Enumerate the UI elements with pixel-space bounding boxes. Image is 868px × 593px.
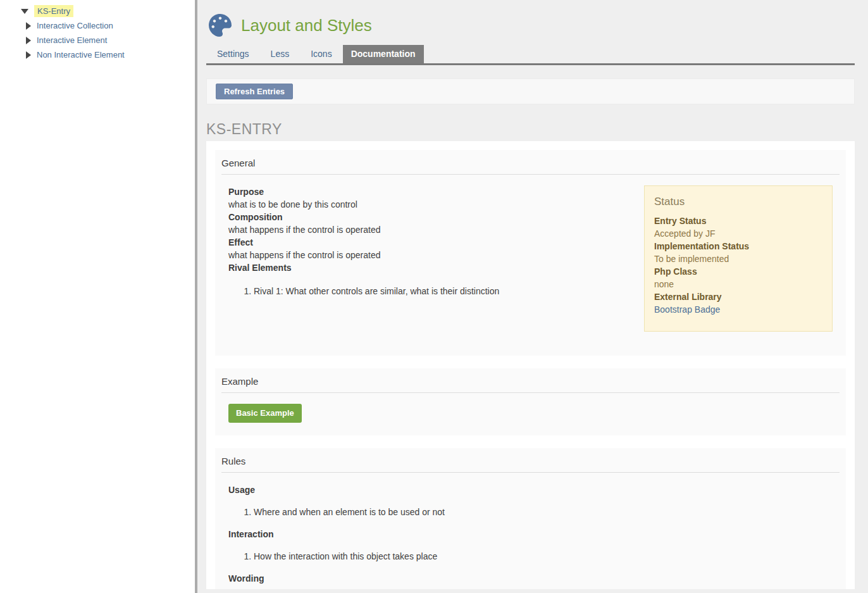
tab-bar: Settings Less Icons Documentation xyxy=(206,47,855,65)
tab-settings[interactable]: Settings xyxy=(206,45,260,63)
page-title: Layout and Styles xyxy=(241,16,372,35)
general-fields: Purpose what is to be done by this contr… xyxy=(228,185,499,297)
status-label-external-library: External Library xyxy=(654,290,822,303)
tree-item-interactive-element[interactable]: Interactive Element xyxy=(0,33,195,47)
tab-less[interactable]: Less xyxy=(260,45,301,63)
rule-list-usage: Where and when an element is to be used … xyxy=(228,506,833,518)
general-panel: General Purpose what is to be done by th… xyxy=(215,150,846,356)
example-panel: Example Basic Example xyxy=(215,368,846,435)
general-panel-body: Purpose what is to be done by this contr… xyxy=(221,175,840,343)
status-heading: Status xyxy=(654,196,822,208)
field-label-composition: Composition xyxy=(228,211,499,223)
tree-item-interactive-collection[interactable]: Interactive Collection xyxy=(0,18,195,33)
status-label-implementation-status: Implementation Status xyxy=(654,240,822,253)
tab-icons[interactable]: Icons xyxy=(300,45,342,63)
status-value-php-class: none xyxy=(654,278,822,290)
rule-label-interaction: Interaction xyxy=(228,528,833,540)
tree-item-label[interactable]: KS-Entry xyxy=(34,5,73,17)
field-label-rival-elements: Rival Elements xyxy=(228,261,499,274)
tree-item-label[interactable]: Non Interactive Element xyxy=(37,50,125,59)
tree-item-non-interactive-element[interactable]: Non Interactive Element xyxy=(0,47,195,62)
list-item: Where and when an element is to be used … xyxy=(254,506,833,518)
rival-elements-list: Rival 1: What other controls are similar… xyxy=(228,285,499,297)
example-panel-body: Basic Example xyxy=(221,393,840,423)
tree-item-label[interactable]: Interactive Collection xyxy=(37,21,113,30)
rule-label-usage: Usage xyxy=(228,484,833,496)
rules-panel-heading: Rules xyxy=(221,456,840,473)
status-label-php-class: Php Class xyxy=(654,265,822,278)
palette-icon xyxy=(209,14,232,37)
main-area: Layout and Styles Settings Less Icons Do… xyxy=(197,0,868,593)
field-value-effect: what happens if the control is operated xyxy=(228,249,499,261)
field-label-effect: Effect xyxy=(228,236,499,249)
rule-list-interaction: How the interaction with this object tak… xyxy=(228,550,833,563)
field-value-composition: what happens if the control is operated xyxy=(228,223,499,236)
sidebar: KS-Entry Interactive Collection Interact… xyxy=(0,0,195,593)
list-item: How the interaction with this object tak… xyxy=(254,550,833,563)
app-root: KS-Entry Interactive Collection Interact… xyxy=(0,0,868,593)
tab-documentation[interactable]: Documentation xyxy=(343,45,424,63)
field-value-purpose: what is to be done by this control xyxy=(228,198,499,211)
caret-right-icon[interactable] xyxy=(26,51,31,59)
refresh-entries-button[interactable]: Refresh Entries xyxy=(216,84,293,99)
toolbar: Refresh Entries xyxy=(206,78,855,104)
status-value-entry-status: Accepted by JF xyxy=(654,227,822,240)
field-label-purpose: Purpose xyxy=(228,185,499,198)
caret-right-icon[interactable] xyxy=(26,37,31,44)
caret-down-icon[interactable] xyxy=(21,9,28,14)
status-box: Status Entry Status Accepted by JF Imple… xyxy=(644,185,833,332)
rules-panel: Rules Usage Where and when an element is… xyxy=(215,448,846,589)
content-card: General Purpose what is to be done by th… xyxy=(206,141,855,589)
tree-item-ks-entry[interactable]: KS-Entry xyxy=(0,4,195,18)
list-item: Rival 1: What other controls are similar… xyxy=(254,285,499,297)
rules-panel-body: Usage Where and when an element is to be… xyxy=(221,473,840,589)
rule-label-wording: Wording xyxy=(228,572,833,585)
external-library-link[interactable]: Bootstrap Badge xyxy=(654,304,720,315)
tree-item-label[interactable]: Interactive Element xyxy=(37,35,107,45)
status-label-entry-status: Entry Status xyxy=(654,215,822,227)
entry-heading: KS-ENTRY xyxy=(206,121,868,138)
caret-right-icon[interactable] xyxy=(26,22,31,30)
example-panel-heading: Example xyxy=(221,376,840,393)
status-value-implementation-status: To be implemented xyxy=(654,253,822,265)
page-header: Layout and Styles xyxy=(197,0,868,47)
basic-example-badge[interactable]: Basic Example xyxy=(228,404,302,423)
general-panel-heading: General xyxy=(221,158,840,175)
